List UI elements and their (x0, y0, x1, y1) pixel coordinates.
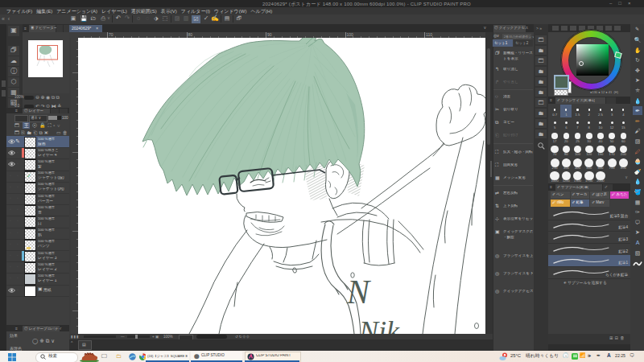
svg-text:N: N (346, 274, 371, 311)
svg-text:Nik: Nik (358, 315, 400, 334)
